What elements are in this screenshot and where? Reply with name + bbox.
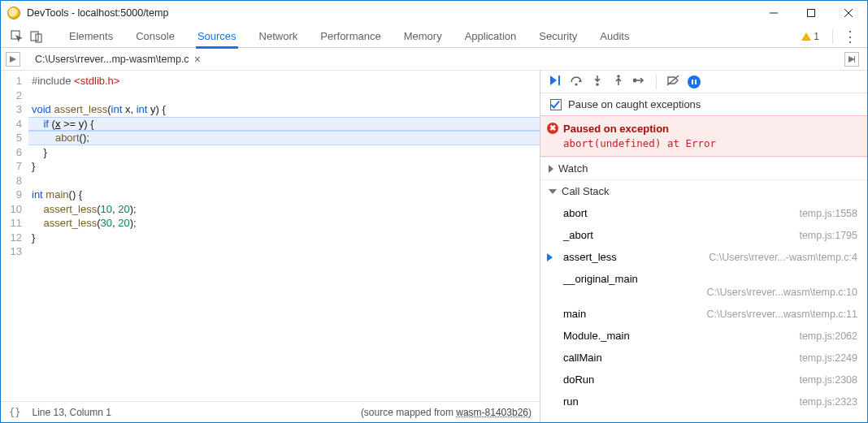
svg-rect-0 — [808, 10, 815, 17]
navigator-toggle-icon[interactable] — [6, 52, 20, 67]
svg-point-9 — [633, 79, 636, 81]
more-files-icon[interactable] — [844, 52, 859, 67]
close-file-icon[interactable]: × — [194, 53, 201, 66]
more-menu-icon[interactable]: ⋮ — [838, 28, 862, 45]
frame-location: C:\Users\rrever...wasm\temp.c:10 — [563, 287, 857, 298]
frame-location: temp.js:2308 — [799, 374, 857, 386]
callstack-frame[interactable]: assert_lessC:\Users\rrever...-wasm\temp.… — [540, 246, 867, 268]
svg-rect-10 — [692, 80, 693, 84]
svg-point-8 — [617, 75, 620, 78]
tab-security[interactable]: Security — [527, 25, 588, 48]
frame-location: temp.js:2062 — [799, 330, 857, 342]
exception-title: Paused on exception — [563, 123, 669, 135]
step-over-button[interactable] — [570, 74, 583, 90]
devtools-window: DevTools - localhost:5000/temp Elements … — [0, 0, 868, 423]
debugger-pane: Pause on caught exceptions ✖ Paused on e… — [540, 71, 867, 422]
inspect-element-icon[interactable] — [7, 27, 27, 46]
call-stack-list: aborttemp.js:1558_aborttemp.js:1795asser… — [540, 202, 867, 412]
chevron-right-icon — [549, 165, 553, 173]
svg-point-7 — [596, 83, 599, 86]
svg-rect-11 — [695, 80, 697, 84]
warnings-badge[interactable]: 1 — [801, 31, 819, 42]
frame-name: assert_less — [563, 251, 617, 263]
line-gutter: 12345678910111213 — [1, 71, 28, 401]
tab-console[interactable]: Console — [124, 25, 186, 48]
code-editor[interactable]: 12345678910111213 #include <stdlib.h> vo… — [1, 71, 540, 401]
tab-sources[interactable]: Sources — [186, 25, 248, 48]
frame-location: temp.js:2249 — [799, 352, 857, 364]
main-split: 12345678910111213 #include <stdlib.h> vo… — [1, 71, 867, 422]
editor-pane: 12345678910111213 #include <stdlib.h> vo… — [1, 71, 540, 422]
tab-network[interactable]: Network — [248, 25, 310, 48]
frame-location: temp.js:1558 — [799, 208, 857, 219]
svg-point-6 — [575, 83, 577, 85]
titlebar: DevTools - localhost:5000/temp — [1, 1, 867, 25]
device-toolbar-icon[interactable] — [27, 27, 46, 46]
pause-on-caught-label: Pause on caught exceptions — [568, 98, 701, 110]
frame-name: main — [563, 308, 586, 320]
exception-detail: abort(undefined) at Error — [563, 137, 857, 149]
watch-section-header[interactable]: Watch — [540, 157, 867, 179]
frame-name: doRun — [563, 373, 594, 386]
svg-rect-5 — [558, 76, 560, 85]
pause-on-caught-row[interactable]: Pause on caught exceptions — [540, 93, 867, 115]
tab-memory[interactable]: Memory — [393, 25, 454, 48]
frame-location: temp.js:2323 — [799, 396, 857, 408]
debugger-content[interactable]: Pause on caught exceptions ✖ Paused on e… — [540, 93, 867, 422]
frame-location: temp.js:1795 — [799, 230, 857, 241]
tab-performance[interactable]: Performance — [309, 25, 392, 48]
callstack-frame[interactable]: Module._maintemp.js:2062 — [540, 325, 867, 347]
window-minimize-button[interactable] — [755, 1, 792, 25]
window-title: DevTools - localhost:5000/temp — [27, 7, 168, 19]
frame-name: abort — [563, 207, 588, 219]
callstack-frame[interactable]: doRuntemp.js:2308 — [540, 369, 867, 391]
frame-name: callMain — [563, 352, 602, 364]
resume-button[interactable] — [549, 74, 562, 90]
svg-rect-2 — [31, 32, 38, 41]
frame-location: C:\Users\rrever...wasm\temp.c:11 — [707, 309, 857, 320]
callstack-frame[interactable]: mainC:\Users\rrever...wasm\temp.c:11 — [540, 303, 867, 325]
code-lines[interactable]: #include <stdlib.h> void assert_less(int… — [28, 71, 540, 401]
warning-icon — [801, 32, 811, 41]
deactivate-breakpoints-button[interactable] — [666, 74, 679, 90]
callstack-section-header[interactable]: Call Stack — [540, 179, 867, 202]
callstack-frame[interactable]: __original_mainC:\Users\rrever...wasm\te… — [540, 268, 867, 303]
paused-exception-banner: ✖ Paused on exception abort(undefined) a… — [540, 115, 867, 157]
window-maximize-button[interactable] — [792, 1, 830, 25]
pause-on-caught-checkbox[interactable] — [550, 99, 562, 110]
frame-name: run — [563, 395, 579, 408]
frame-location: C:\Users\rrever...-wasm\temp.c:4 — [709, 252, 857, 263]
window-close-button[interactable] — [830, 1, 867, 25]
tab-audits[interactable]: Audits — [588, 25, 640, 48]
editor-footer: {} Line 13, Column 1 (source mapped from… — [1, 401, 540, 422]
step-out-button[interactable] — [612, 74, 625, 90]
open-file-tab[interactable]: C:\Users\rrever...mp-wasm\temp.c × — [28, 53, 207, 66]
frame-name: _abort — [563, 229, 593, 241]
frame-name: Module._main — [563, 330, 630, 342]
tab-elements[interactable]: Elements — [58, 25, 124, 48]
step-into-button[interactable] — [591, 74, 604, 90]
tab-application[interactable]: Application — [454, 25, 528, 48]
callstack-frame[interactable]: _aborttemp.js:1795 — [540, 224, 867, 246]
error-icon: ✖ — [547, 123, 558, 134]
cursor-position: Line 13, Column 1 — [32, 407, 111, 418]
pause-on-exceptions-button[interactable] — [688, 76, 701, 88]
source-map-info: (source mapped from wasm-81403b26) — [361, 407, 532, 418]
debugger-toolbar — [540, 71, 867, 93]
pretty-print-icon[interactable]: {} — [9, 407, 20, 418]
svg-rect-4 — [854, 56, 855, 63]
source-map-link[interactable]: wasm-81403b26 — [456, 407, 528, 418]
callstack-frame[interactable]: runtemp.js:2323 — [540, 391, 867, 412]
chevron-down-icon — [549, 189, 557, 194]
panel-tabs: Elements Console Sources Network Perform… — [1, 25, 867, 48]
file-tabs-bar: C:\Users\rrever...mp-wasm\temp.c × — [1, 48, 867, 71]
frame-name: __original_main — [563, 273, 857, 285]
app-icon — [7, 6, 20, 19]
callstack-frame[interactable]: aborttemp.js:1558 — [540, 202, 867, 224]
callstack-frame[interactable]: callMaintemp.js:2249 — [540, 347, 867, 369]
open-file-name: C:\Users\rrever...mp-wasm\temp.c — [35, 54, 189, 65]
step-button[interactable] — [633, 74, 646, 90]
